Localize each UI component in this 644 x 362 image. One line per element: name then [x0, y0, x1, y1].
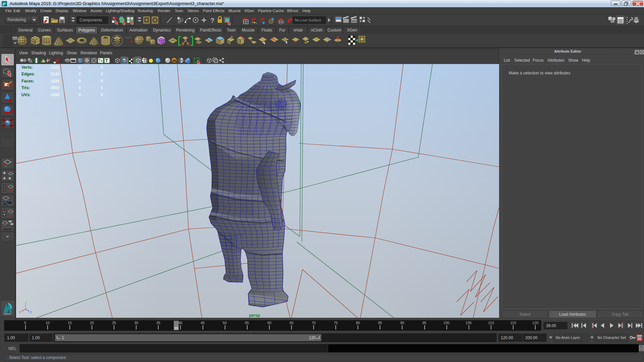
svg-text:55: 55 [245, 321, 249, 325]
svg-text:39.00: 39.00 [546, 323, 556, 328]
svg-text:3146: 3146 [50, 72, 59, 76]
svg-text:80: 80 [356, 321, 360, 325]
svg-text:105: 105 [466, 321, 472, 325]
svg-text:120.00: 120.00 [501, 336, 513, 340]
svg-text:50: 50 [223, 321, 227, 325]
svg-text:0: 0 [78, 85, 81, 90]
svg-text:0: 0 [78, 93, 81, 97]
svg-text:15: 15 [68, 321, 72, 325]
svg-text:UVs:: UVs: [21, 93, 31, 97]
svg-text:T: T [105, 58, 108, 63]
svg-text:IPR: IPR [352, 20, 357, 23]
svg-text:Tris:: Tris: [21, 85, 30, 90]
svg-text:120: 120 [309, 336, 316, 340]
svg-text:95: 95 [422, 321, 426, 325]
svg-text:1868: 1868 [50, 93, 59, 97]
svg-text:0: 0 [101, 93, 103, 97]
svg-text:70: 70 [312, 321, 316, 325]
svg-text:x: x [19, 310, 21, 314]
svg-text:5: 5 [24, 321, 26, 325]
svg-text:0: 0 [78, 72, 81, 76]
svg-text:0: 0 [78, 65, 81, 70]
svg-text:30: 30 [134, 321, 138, 325]
svg-text:65: 65 [289, 321, 293, 325]
svg-text:10: 10 [46, 321, 50, 325]
svg-text:35: 35 [156, 321, 160, 325]
svg-text:MEL: MEL [8, 346, 17, 351]
svg-text:85: 85 [378, 321, 382, 325]
svg-text:40: 40 [178, 321, 182, 325]
svg-text:0: 0 [101, 72, 103, 76]
svg-text:39: 39 [174, 326, 178, 330]
svg-text:0: 0 [78, 79, 81, 83]
svg-text:1522: 1522 [50, 65, 59, 70]
svg-text:115: 115 [510, 321, 516, 325]
svg-text:25: 25 [112, 321, 116, 325]
svg-text:persp: persp [249, 313, 260, 318]
svg-text:120: 120 [532, 321, 538, 325]
svg-text:y: y [25, 301, 26, 304]
svg-text:0: 0 [101, 65, 103, 70]
svg-text:60: 60 [267, 321, 271, 325]
svg-text:45: 45 [201, 321, 205, 325]
svg-text:200.00: 200.00 [525, 336, 538, 340]
svg-text:1.00: 1.00 [32, 336, 40, 340]
svg-text:1: 1 [62, 336, 64, 340]
svg-text:1.00: 1.00 [7, 336, 15, 340]
svg-text:z: z [30, 310, 32, 314]
svg-text:20: 20 [90, 321, 94, 325]
svg-text:75: 75 [334, 321, 338, 325]
svg-text:0: 0 [101, 85, 103, 90]
svg-text:90: 90 [400, 321, 404, 325]
svg-text:Edges:: Edges: [21, 72, 35, 76]
svg-text:1626: 1626 [50, 79, 59, 83]
svg-text:Faces:: Faces: [21, 79, 34, 83]
svg-text:110: 110 [488, 321, 494, 325]
svg-text:0: 0 [101, 79, 103, 83]
svg-text:100: 100 [443, 321, 449, 325]
svg-text:Verts:: Verts: [21, 65, 33, 70]
svg-text:?: ? [210, 17, 214, 24]
svg-text:No Character Set: No Character Set [597, 336, 626, 340]
svg-text:MAYA: MAYA [4, 312, 11, 315]
svg-text:No Anim Layer: No Anim Layer [556, 336, 580, 340]
svg-text:3000: 3000 [50, 85, 59, 90]
